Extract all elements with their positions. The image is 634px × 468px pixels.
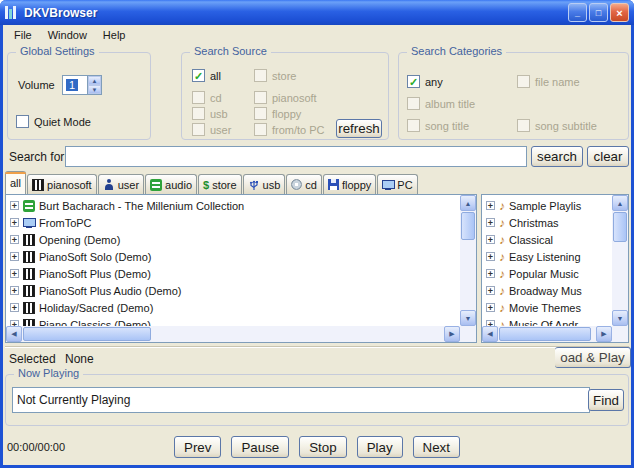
next-button[interactable]: Next (413, 436, 460, 458)
list-item[interactable]: + ♪ Christmas (482, 214, 612, 231)
tree-vertical-scrollbar[interactable]: ▲ ▼ (460, 195, 476, 326)
checkbox-box (517, 75, 530, 88)
playlists-vertical-scrollbar[interactable]: ▲ ▼ (612, 195, 628, 326)
tree-item[interactable]: + PianoSoft Plus Audio (Demo) (6, 282, 460, 299)
expand-icon[interactable]: + (486, 303, 495, 312)
expand-icon[interactable]: + (486, 286, 495, 295)
search-input[interactable] (65, 146, 527, 167)
tab-floppy[interactable]: floppy (323, 174, 376, 194)
window-title: DKVBrowser (24, 6, 566, 20)
source-fromtopc-checkbox[interactable]: from/to PC (254, 123, 325, 136)
volume-stepper[interactable]: 1 ▲ ▼ (62, 75, 102, 95)
source-all-checkbox[interactable]: ✓ all (192, 69, 221, 82)
checkbox-box: ✓ (192, 69, 205, 82)
category-any-checkbox[interactable]: ✓ any (407, 75, 443, 88)
source-usb-checkbox[interactable]: usb (192, 107, 228, 120)
list-item[interactable]: + ♪ Music Of Andr (482, 316, 612, 326)
tab-label: audio (165, 179, 192, 191)
play-button[interactable]: Play (357, 436, 403, 458)
list-item[interactable]: + ♪ Popular Music (482, 265, 612, 282)
scroll-right-icon[interactable]: ▶ (596, 326, 612, 342)
tab-all[interactable]: all (5, 171, 26, 194)
expand-icon[interactable]: + (486, 235, 495, 244)
tree-item[interactable]: + FromToPC (6, 214, 460, 231)
tree-item[interactable]: + Piano Classics (Demo) (6, 316, 460, 326)
playlists-horizontal-scrollbar[interactable]: ◀ ▶ (482, 326, 612, 342)
tree-item[interactable]: + Opening (Demo) (6, 231, 460, 248)
scrollbar-thumb[interactable] (23, 327, 151, 341)
expand-icon[interactable]: + (486, 252, 495, 261)
refresh-button[interactable]: refresh (336, 119, 382, 138)
expand-icon[interactable]: + (10, 201, 19, 210)
tab-cd[interactable]: cd (286, 174, 322, 194)
list-item[interactable]: + ♪ Movie Themes (482, 299, 612, 316)
menu-file[interactable]: File (6, 27, 40, 43)
menu-window[interactable]: Window (40, 27, 95, 43)
tree-item[interactable]: + Holiday/Sacred (Demo) (6, 299, 460, 316)
load-and-play-button[interactable]: oad & Play (555, 347, 631, 368)
expand-icon[interactable]: + (10, 269, 19, 278)
scroll-down-icon[interactable]: ▼ (612, 310, 628, 326)
expand-icon[interactable]: + (10, 286, 19, 295)
scrollbar-thumb[interactable] (461, 212, 475, 240)
list-item[interactable]: + ♪ Easy Listening (482, 248, 612, 265)
tab-user[interactable]: user (98, 174, 144, 194)
spin-up-icon[interactable]: ▲ (88, 76, 101, 85)
note-icon: ♪ (499, 251, 505, 263)
tab-pc[interactable]: PC (377, 174, 417, 194)
scroll-left-icon[interactable]: ◀ (482, 326, 498, 342)
expand-icon[interactable]: + (10, 252, 19, 261)
tab-usb[interactable]: usb (243, 174, 286, 194)
tree-item[interactable]: + Burt Bacharach - The Millenium Collect… (6, 197, 460, 214)
expand-icon[interactable]: + (10, 235, 19, 244)
category-filename-checkbox[interactable]: file name (517, 75, 580, 88)
tree-item[interactable]: + PianoSoft Plus (Demo) (6, 265, 460, 282)
pause-button[interactable]: Pause (231, 436, 289, 458)
checkbox-label: store (272, 70, 296, 82)
category-songtitle-checkbox[interactable]: song title (407, 119, 469, 132)
quiet-mode-checkbox[interactable]: Quiet Mode (16, 115, 91, 128)
checkbox-box (517, 119, 530, 132)
maximize-button[interactable]: □ (589, 3, 608, 22)
checkbox-label: user (210, 124, 231, 136)
category-songsubtitle-checkbox[interactable]: song subtitle (517, 119, 597, 132)
scroll-up-icon[interactable]: ▲ (612, 195, 628, 211)
scrollbar-thumb[interactable] (613, 212, 627, 242)
scroll-up-icon[interactable]: ▲ (460, 195, 476, 211)
expand-icon[interactable]: + (486, 201, 495, 210)
tab-pianosoft[interactable]: pianosoft (27, 174, 97, 194)
source-pianosoft-checkbox[interactable]: pianosoft (254, 91, 317, 104)
list-item[interactable]: + ♪ Sample Playlis (482, 197, 612, 214)
prev-button[interactable]: Prev (174, 436, 221, 458)
scroll-left-icon[interactable]: ◀ (6, 326, 22, 342)
tree-item[interactable]: + PianoSoft Solo (Demo) (6, 248, 460, 265)
expand-icon[interactable]: + (486, 218, 495, 227)
menu-help[interactable]: Help (95, 27, 134, 43)
tab-audio[interactable]: audio (145, 174, 197, 194)
expand-icon[interactable]: + (10, 303, 19, 312)
tree-horizontal-scrollbar[interactable]: ◀ ▶ (6, 326, 460, 342)
source-cd-checkbox[interactable]: cd (192, 91, 222, 104)
category-albumtitle-checkbox[interactable]: album title (407, 97, 475, 110)
expand-icon[interactable]: + (486, 269, 495, 278)
scrollbar-thumb[interactable] (499, 327, 591, 341)
tab-store[interactable]: $ store (198, 174, 242, 194)
spin-down-icon[interactable]: ▼ (88, 85, 101, 94)
minimize-button[interactable]: _ (568, 3, 587, 22)
clear-button[interactable]: clear (587, 146, 629, 167)
stop-button[interactable]: Stop (299, 436, 346, 458)
source-user-checkbox[interactable]: user (192, 123, 231, 136)
tab-label: all (10, 177, 21, 189)
find-button[interactable]: Find (588, 389, 624, 411)
source-floppy-checkbox[interactable]: floppy (254, 107, 301, 120)
sync-icon (23, 200, 35, 212)
source-store-checkbox[interactable]: store (254, 69, 296, 82)
close-button[interactable]: × (610, 3, 629, 22)
user-icon (103, 179, 115, 191)
scroll-right-icon[interactable]: ▶ (444, 326, 460, 342)
list-item[interactable]: + ♪ Broadway Mus (482, 282, 612, 299)
scroll-down-icon[interactable]: ▼ (460, 310, 476, 326)
expand-icon[interactable]: + (10, 218, 19, 227)
list-item[interactable]: + ♪ Classical (482, 231, 612, 248)
search-button[interactable]: search (531, 146, 583, 167)
